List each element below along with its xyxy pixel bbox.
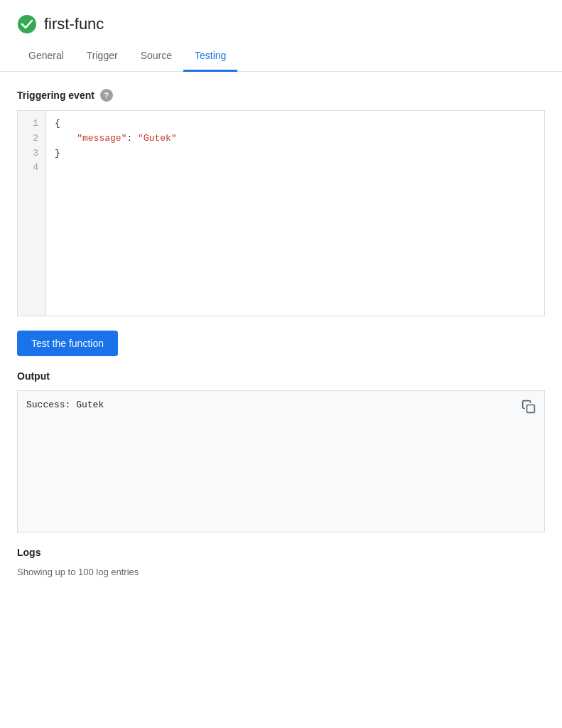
code-line-1: { <box>55 117 536 132</box>
triggering-event-label: Triggering event ? <box>17 89 545 102</box>
code-line-3: } <box>55 146 536 161</box>
help-icon[interactable]: ? <box>100 89 113 102</box>
logs-label: Logs <box>17 547 545 558</box>
triggering-event-text: Triggering event <box>17 90 94 101</box>
copy-button[interactable] <box>519 397 539 419</box>
tab-general[interactable]: General <box>17 41 75 72</box>
code-content[interactable]: { "message": "Gutek" } <box>46 111 544 316</box>
triggering-event-editor[interactable]: 1 2 3 4 { "message": "Gutek" } <box>17 110 545 316</box>
tab-testing[interactable]: Testing <box>183 41 237 72</box>
output-text: Output <box>17 370 50 382</box>
tab-bar: General Trigger Source Testing <box>0 41 562 72</box>
svg-point-0 <box>18 15 36 33</box>
tab-source[interactable]: Source <box>129 41 183 72</box>
line-numbers: 1 2 3 4 <box>18 111 46 316</box>
page-header: first-func <box>0 0 562 34</box>
logs-section: Logs Showing up to 100 log entries <box>17 547 545 577</box>
test-function-button[interactable]: Test the function <box>17 331 118 356</box>
main-content: Triggering event ? 1 2 3 4 { "message": … <box>0 72 562 594</box>
function-title: first-func <box>44 15 104 33</box>
logs-subtitle: Showing up to 100 log entries <box>17 567 545 577</box>
logs-text: Logs <box>17 547 40 558</box>
success-check-icon <box>17 14 37 34</box>
output-box: Success: Gutek <box>17 390 545 532</box>
code-line-2: "message": "Gutek" <box>55 132 536 146</box>
output-content: Success: Gutek <box>26 400 104 410</box>
tab-trigger[interactable]: Trigger <box>75 41 129 72</box>
svg-rect-1 <box>527 405 535 413</box>
output-label: Output <box>17 370 545 382</box>
